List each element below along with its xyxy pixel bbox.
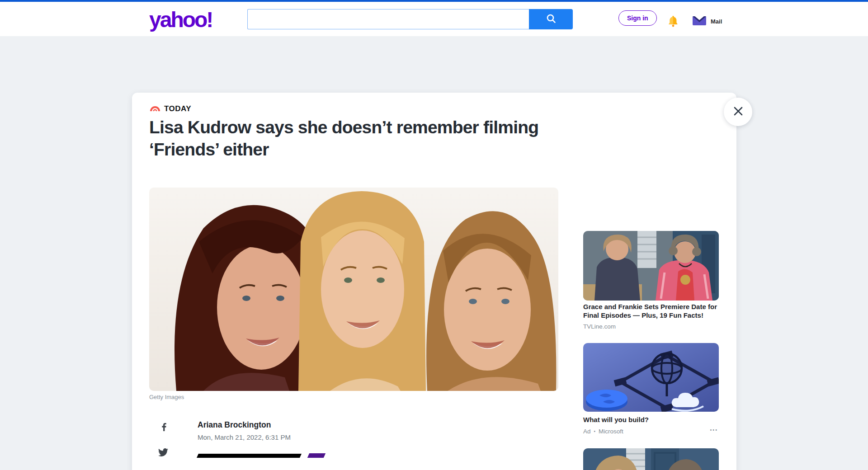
image-credit: Getty Images	[149, 394, 184, 400]
author-name[interactable]: Ariana Brockington	[198, 420, 271, 430]
ad-source: Microsoft	[599, 428, 623, 435]
today-sunrise-icon	[149, 104, 161, 113]
ad-bullet: •	[594, 429, 596, 434]
close-icon	[733, 106, 744, 118]
publisher-brand[interactable]: TODAY	[149, 104, 191, 113]
search-icon	[546, 13, 557, 25]
sidebar-item-image[interactable]	[583, 231, 719, 301]
brand-name: TODAY	[164, 104, 191, 113]
sidebar-ad-title[interactable]: What will you build?	[583, 415, 717, 424]
publish-date: Mon, March 21, 2022, 6:31 PM	[198, 433, 291, 441]
sidebar-item-title[interactable]: Grace and Frankie Sets Premiere Date for…	[583, 302, 717, 320]
mail-envelope-icon	[693, 14, 706, 28]
embed-progress-accent	[307, 453, 326, 458]
close-button[interactable]	[724, 98, 752, 126]
facebook-share-icon[interactable]	[158, 421, 170, 433]
mail-label: Mail	[711, 18, 722, 25]
yahoo-logo[interactable]: yahoo!	[149, 7, 212, 32]
sidebar: Grace and Frankie Sets Premiere Date for…	[583, 93, 719, 470]
article-card: TODAY Lisa Kudrow says she doesn’t remem…	[132, 93, 736, 470]
notifications-bell-icon[interactable]	[667, 15, 679, 28]
twitter-share-icon[interactable]	[157, 446, 169, 458]
sidebar-ad-image[interactable]	[583, 343, 719, 412]
search-input[interactable]	[247, 9, 529, 29]
sidebar-item-image[interactable]	[583, 448, 719, 470]
ad-label: Ad	[583, 428, 591, 435]
search-bar	[247, 9, 573, 29]
ad-more-options-icon[interactable]: •••	[710, 427, 718, 432]
search-button[interactable]	[529, 9, 573, 29]
sidebar-item-source: TVLine.com	[583, 323, 616, 330]
article-headline: Lisa Kudrow says she doesn’t remember fi…	[149, 116, 565, 160]
sidebar-ad-attribution: Ad•Microsoft	[583, 428, 719, 435]
mail-link[interactable]: Mail	[693, 14, 722, 28]
header: yahoo! Sign in Mail	[0, 2, 868, 36]
sign-in-button[interactable]: Sign in	[618, 10, 657, 26]
embed-progress-bar	[197, 454, 302, 458]
article-hero-image	[149, 188, 558, 391]
